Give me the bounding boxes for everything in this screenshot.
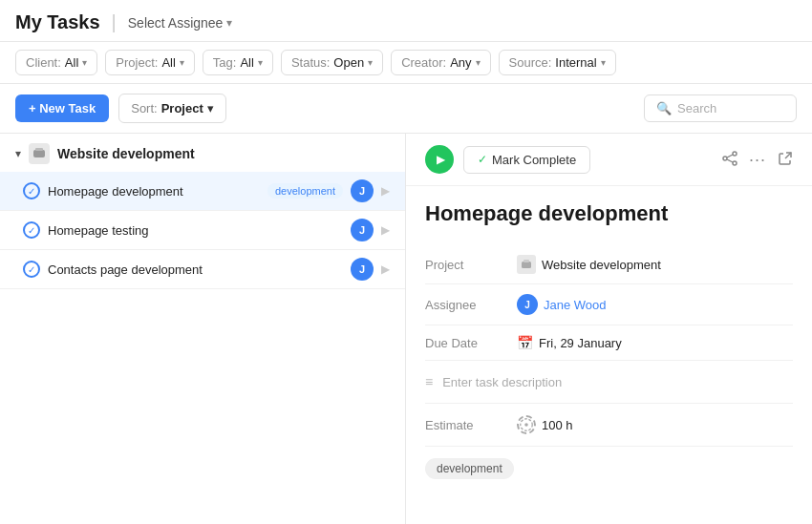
svg-line-7 [785, 153, 791, 158]
new-task-button[interactable]: + New Task [15, 94, 109, 122]
svg-rect-0 [33, 150, 45, 157]
checkmark-icon: ✓ [478, 153, 487, 166]
mark-complete-label: Mark Complete [492, 153, 576, 167]
svg-point-4 [733, 161, 737, 165]
task-check-icon[interactable]: ✓ [23, 261, 40, 278]
avatar: J [351, 219, 374, 241]
main-content: ▾ Website development ✓ Homepage develop… [0, 134, 812, 524]
source-filter-value: Internal [555, 55, 596, 70]
svg-line-6 [727, 159, 733, 162]
creator-filter-label: Creator: [401, 55, 446, 70]
project-name: Website development [542, 258, 661, 272]
task-check-icon[interactable]: ✓ [23, 182, 40, 199]
project-icon [517, 255, 536, 274]
sort-button[interactable]: Sort: Project ▾ [118, 94, 226, 123]
estimate-hours: 100 h [542, 418, 573, 432]
sort-label: Sort: [131, 101, 157, 115]
estimate-label: Estimate [425, 418, 502, 432]
tag-filter-value: All [240, 55, 253, 70]
new-task-label: + New Task [29, 101, 96, 115]
project-filter[interactable]: Project: All ▾ [105, 50, 195, 75]
task-play-icon[interactable]: ▶ [381, 262, 390, 276]
assignee-chevron-icon: ▾ [226, 16, 232, 30]
sort-chevron-icon: ▾ [207, 101, 214, 115]
task-tag: development [267, 183, 343, 199]
source-filter-chevron-icon: ▾ [601, 57, 606, 68]
source-filter-label: Source: [509, 55, 552, 70]
due-date-text: Fri, 29 January [539, 336, 622, 350]
detail-task-title: Homepage development [425, 201, 793, 226]
assignee-label: Assignee [425, 298, 502, 312]
group-icon [29, 143, 50, 164]
due-date-label: Due Date [425, 336, 502, 350]
search-box[interactable]: 🔍 [644, 94, 797, 122]
client-filter-value: All [65, 55, 78, 70]
task-row[interactable]: ✓ Contacts page development J ▶ [0, 250, 405, 289]
task-name: Homepage testing [48, 223, 343, 238]
status-filter[interactable]: Status: Open ▾ [281, 50, 383, 75]
task-play-icon[interactable]: ▶ [381, 184, 390, 198]
more-options-icon[interactable]: ··· [749, 150, 766, 170]
svg-rect-8 [522, 262, 531, 268]
task-name: Homepage development [48, 184, 260, 199]
description-placeholder: Enter task description [442, 375, 562, 389]
filter-bar: Client: All ▾ Project: All ▾ Tag: All ▾ … [0, 42, 812, 84]
detail-assignee-row: Assignee J Jane Wood [425, 284, 793, 325]
estimate-ring-icon [517, 415, 536, 434]
share-icon[interactable] [722, 151, 737, 169]
description-icon: ≡ [425, 374, 433, 389]
right-body: Homepage development Project Website dev… [406, 186, 812, 506]
estimate-row: Estimate 100 h [425, 404, 793, 447]
mark-complete-button[interactable]: ✓ Mark Complete [463, 146, 590, 174]
project-filter-label: Project: [116, 55, 158, 70]
select-assignee-button[interactable]: Select Assignee ▾ [128, 15, 233, 31]
client-filter[interactable]: Client: All ▾ [15, 50, 97, 75]
svg-point-2 [733, 152, 737, 156]
play-icon: ▶ [437, 153, 445, 166]
open-external-icon[interactable] [778, 151, 793, 169]
task-name: Contacts page development [48, 262, 343, 277]
client-filter-chevron-icon: ▾ [82, 57, 87, 68]
tag-filter-label: Tag: [213, 55, 237, 70]
tag-filter-chevron-icon: ▾ [258, 57, 263, 68]
task-row[interactable]: ✓ Homepage development development J ▶ [0, 172, 405, 211]
client-filter-label: Client: [26, 55, 61, 70]
search-icon: 🔍 [656, 101, 672, 115]
avatar: J [351, 258, 374, 281]
assignee-name: Jane Wood [544, 298, 607, 312]
start-timer-button[interactable]: ▶ [425, 145, 454, 174]
task-check-icon[interactable]: ✓ [23, 221, 40, 239]
task-play-icon[interactable]: ▶ [381, 223, 390, 237]
assignee-value[interactable]: J Jane Wood [517, 294, 607, 315]
right-toolbar: ▶ ✓ Mark Complete ··· [406, 134, 812, 186]
due-date-value[interactable]: 📅 Fri, 29 January [517, 335, 622, 350]
tag-filter[interactable]: Tag: All ▾ [203, 50, 273, 75]
tag-chip[interactable]: development [425, 458, 514, 479]
svg-line-5 [727, 155, 733, 157]
source-filter[interactable]: Source: Internal ▾ [499, 50, 616, 75]
project-label: Project [425, 258, 502, 272]
right-panel: ▶ ✓ Mark Complete ··· Hom [406, 134, 812, 524]
project-filter-chevron-icon: ▾ [180, 57, 184, 68]
avatar: J [351, 179, 374, 202]
svg-point-3 [723, 157, 727, 160]
calendar-icon: 📅 [517, 335, 533, 350]
group-collapse-icon[interactable]: ▾ [15, 147, 21, 160]
svg-rect-9 [524, 260, 529, 262]
project-value: Website development [517, 255, 661, 274]
status-filter-label: Status: [291, 55, 330, 70]
creator-filter-value: Any [450, 55, 471, 70]
creator-filter[interactable]: Creator: Any ▾ [391, 50, 490, 75]
detail-project-row: Project Website development [425, 245, 793, 284]
description-field[interactable]: ≡ Enter task description [425, 361, 793, 404]
project-filter-value: All [161, 55, 175, 70]
header-divider: | [112, 11, 117, 33]
estimate-value[interactable]: 100 h [517, 415, 573, 434]
detail-due-date-row: Due Date 📅 Fri, 29 January [425, 325, 793, 361]
search-input[interactable] [677, 101, 782, 115]
page-title: My Tasks [15, 11, 100, 33]
group-title: Website development [57, 146, 195, 161]
status-filter-chevron-icon: ▾ [368, 57, 373, 68]
task-row[interactable]: ✓ Homepage testing J ▶ [0, 211, 405, 250]
toolbar: + New Task Sort: Project ▾ 🔍 [0, 84, 812, 134]
